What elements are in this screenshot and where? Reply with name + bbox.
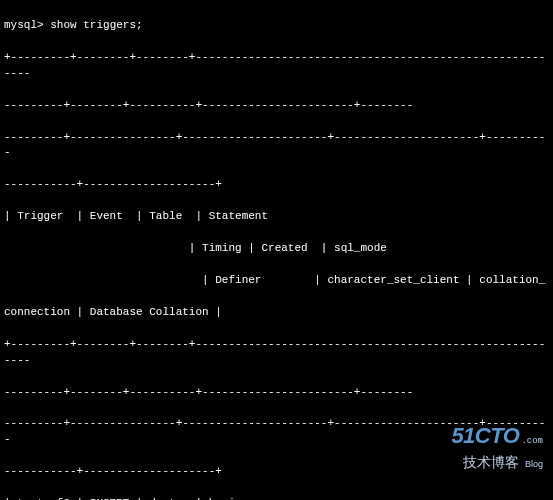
table-border-top: +---------+--------+--------+-----------…: [4, 50, 549, 82]
mysql-terminal: mysql> show triggers; +---------+-------…: [4, 2, 549, 500]
table-border-mid3: ---------+----------------+-------------…: [4, 416, 549, 448]
header-row-1: | Trigger | Event | Table | Statement: [4, 209, 549, 225]
table-border-mid: +---------+--------+--------+-----------…: [4, 337, 549, 369]
command-line[interactable]: mysql> show triggers;: [4, 18, 549, 34]
header-row-3b: connection | Database Collation |: [4, 305, 549, 321]
table-border-mid4: -----------+--------------------+: [4, 464, 549, 480]
header-row-3: | Definer | character_set_client | colla…: [4, 273, 549, 289]
table-border-mid2: ---------+--------+----------+----------…: [4, 385, 549, 401]
table-border-top2: ---------+--------+----------+----------…: [4, 98, 549, 114]
header-row-2: | Timing | Created | sql_mode: [4, 241, 549, 257]
table-border-top3: ---------+----------------+-------------…: [4, 130, 549, 162]
table-row: | testref2 | INSERT | depts | begin: [4, 496, 549, 500]
table-border-top4: -----------+--------------------+: [4, 177, 549, 193]
sql-command: show triggers;: [50, 19, 142, 31]
mysql-prompt: mysql>: [4, 19, 44, 31]
